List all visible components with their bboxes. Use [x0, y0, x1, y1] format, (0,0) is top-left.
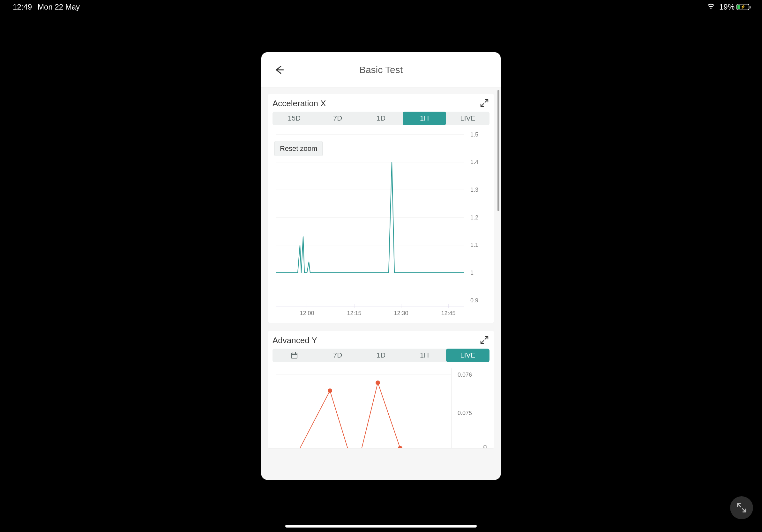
wifi-icon — [707, 3, 716, 12]
app-header: Basic Test — [261, 52, 501, 87]
status-time: 12:49 — [13, 3, 32, 12]
segment-live[interactable]: LIVE — [446, 112, 490, 125]
svg-text:0.076: 0.076 — [458, 371, 472, 378]
expand-icon[interactable] — [480, 336, 489, 345]
expand-icon[interactable] — [480, 99, 489, 107]
reset-zoom-button[interactable]: Reset zoom — [274, 141, 323, 156]
svg-text:1.3: 1.3 — [470, 187, 478, 193]
battery-percent: 19% — [719, 3, 734, 12]
segment-7d[interactable]: 7D — [316, 349, 359, 362]
battery-icon: ⚡ — [736, 4, 749, 10]
segment-1h[interactable]: 1H — [403, 349, 446, 362]
svg-text:0.9: 0.9 — [470, 297, 478, 303]
fullscreen-toggle-button[interactable] — [730, 496, 753, 519]
chart2-series-line — [292, 383, 400, 448]
chart-title: Advanced Y — [272, 336, 490, 345]
svg-text:12:00: 12:00 — [300, 310, 314, 316]
svg-text:1.1: 1.1 — [470, 242, 478, 248]
svg-text:1: 1 — [470, 270, 474, 276]
svg-text:1.4: 1.4 — [470, 159, 478, 165]
svg-text:1.5: 1.5 — [470, 131, 478, 138]
chart-svg: 0.076 0.075 G-F — [272, 365, 490, 448]
chart-plot-area[interactable]: 0.076 0.075 G-F — [272, 365, 490, 448]
svg-text:12:30: 12:30 — [394, 310, 408, 316]
app-window: Basic Test Acceleration X 15D 7D 1D 1H L… — [261, 52, 501, 480]
svg-text:1.2: 1.2 — [470, 214, 478, 221]
chart2-point — [376, 380, 380, 385]
segment-1d[interactable]: 1D — [359, 112, 403, 125]
home-indicator — [285, 525, 477, 528]
chart-card-acceleration-x: Acceleration X 15D 7D 1D 1H LIVE Reset z… — [268, 94, 494, 323]
segment-7d[interactable]: 7D — [316, 112, 359, 125]
segment-calendar[interactable] — [272, 349, 316, 362]
svg-text:12:45: 12:45 — [441, 310, 455, 316]
svg-text:12:15: 12:15 — [347, 310, 361, 316]
chart-title: Acceleration X — [272, 99, 490, 108]
segment-15d[interactable]: 15D — [272, 112, 316, 125]
chart2-point — [328, 388, 332, 393]
chart-plot-area[interactable]: Reset zoom 1.5 1.4 1.3 1.2 1.1 — [272, 128, 490, 320]
segment-1d[interactable]: 1D — [359, 349, 403, 362]
page-title: Basic Test — [359, 64, 403, 75]
svg-text:G-F: G-F — [482, 445, 488, 448]
svg-rect-22 — [291, 353, 297, 358]
time-range-segmented-control: 7D 1D 1H LIVE — [272, 349, 490, 362]
scrollbar[interactable] — [497, 90, 499, 211]
time-range-segmented-control: 15D 7D 1D 1H LIVE — [272, 112, 490, 125]
status-bar: 12:49 Mon 22 May 19% ⚡ — [0, 0, 762, 14]
status-date: Mon 22 May — [38, 3, 80, 12]
svg-text:0.075: 0.075 — [458, 410, 472, 416]
chart-card-advanced-y: Advanced Y 7D 1D 1H LIVE — [268, 331, 494, 448]
segment-1h[interactable]: 1H — [403, 112, 446, 125]
scroll-area[interactable]: Acceleration X 15D 7D 1D 1H LIVE Reset z… — [261, 87, 501, 480]
chart2-point — [398, 446, 402, 448]
chart-svg: 1.5 1.4 1.3 1.2 1.1 1 0.9 12:00 12:15 12… — [272, 128, 490, 320]
segment-live[interactable]: LIVE — [446, 349, 490, 362]
back-button[interactable] — [272, 63, 286, 77]
